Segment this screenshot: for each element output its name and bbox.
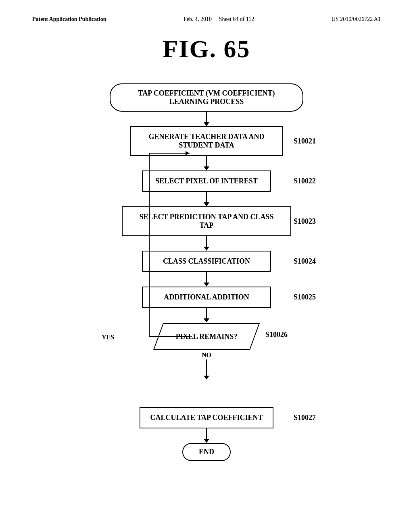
arrow-line [206, 192, 207, 202]
arrow-line [206, 156, 207, 166]
end-node-row: END [32, 443, 381, 461]
page-header: Patent Application Publication Feb. 4, 2… [32, 16, 381, 23]
step-label-s10022: S10022 [294, 177, 316, 185]
end-node: END [182, 443, 231, 461]
step-label-s10025: S10025 [294, 293, 316, 301]
step-row-s10027: CALCULATE TAP COEFFICIENT S10027 [32, 407, 381, 428]
figure-title: FIG. 65 [32, 35, 381, 63]
no-arrow: NO [202, 351, 211, 380]
arrow-head [204, 283, 209, 287]
arrow-line [206, 272, 207, 283]
arrow-line [206, 308, 207, 318]
flowchart: TAP COEFFICIENT (VM COEFFICIENT) LEARNIN… [32, 83, 381, 461]
step-s10027-box: CALCULATE TAP COEFFICIENT [140, 407, 273, 428]
step-row-s10024: CLASS CLASSIFICATION S10024 [32, 251, 381, 272]
arrow-s10021-to-s10022 [204, 156, 209, 170]
arrow-line [206, 112, 207, 122]
arrow-s10027-to-end [204, 428, 209, 443]
arrow-head [204, 439, 209, 443]
arrow-head [204, 202, 209, 206]
arrow-line [206, 428, 207, 439]
arrow-s10025-to-s10026 [204, 308, 209, 322]
arrow-s10024-to-s10025 [204, 272, 209, 287]
step-label-s10023: S10023 [294, 217, 316, 226]
header-date: Feb. 4, 2010 [184, 16, 212, 22]
diamond-text: PIXEL REMAINS? [176, 332, 238, 341]
step-label-s10027: S10027 [294, 414, 316, 422]
yes-label: YES [102, 334, 114, 341]
no-arrow-line [206, 360, 207, 376]
step-row-s10025: ADDITIONAL ADDITION S10025 [32, 287, 381, 308]
diamond-row: PIXEL REMAINS? [154, 322, 259, 351]
step-label-s10024: S10024 [294, 257, 316, 266]
arrow-head [204, 166, 209, 170]
arrow-s10023-to-s10024 [204, 236, 209, 251]
step-row-s10021: GENERATE TEACHER DATA AND STUDENT DATA S… [32, 126, 381, 156]
step-s10025-box: ADDITIONAL ADDITION [142, 287, 271, 308]
arrow-head [204, 247, 209, 251]
header-sheet: Sheet 64 of 112 [219, 16, 254, 22]
step-s10023-box: SELECT PREDICTION TAP AND CLASS TAP [122, 206, 291, 236]
page: Patent Application Publication Feb. 4, 2… [0, 0, 413, 532]
no-label: NO [202, 351, 211, 359]
step-s10022-box: SELECT PIXEL OF INTEREST [142, 170, 271, 192]
step-label-s10021: S10021 [294, 137, 316, 145]
step-label-s10026: S10026 [265, 330, 288, 339]
step-row-s10022: SELECT PIXEL OF INTEREST S10022 [32, 170, 381, 192]
step-s10021-box: GENERATE TEACHER DATA AND STUDENT DATA [130, 126, 283, 156]
step-s10024-box: CLASS CLASSIFICATION [142, 251, 271, 272]
header-patent-number: US 2010/0026722 A1 [332, 16, 381, 23]
header-date-sheet: Feb. 4, 2010 Sheet 64 of 112 [184, 16, 254, 23]
arrow-line [206, 236, 207, 247]
arrow-head [204, 122, 209, 126]
no-arrow-head [204, 376, 209, 380]
loop-section: YES PIXEL REMAINS? S10026 NO [32, 322, 381, 403]
arrow-start-to-s10021 [204, 112, 209, 126]
start-node: TAP COEFFICIENT (VM COEFFICIENT) LEARNIN… [110, 83, 303, 112]
arrow-s10022-to-s10023 [204, 192, 209, 206]
start-node-row: TAP COEFFICIENT (VM COEFFICIENT) LEARNIN… [32, 83, 381, 112]
header-publication-label: Patent Application Publication [32, 16, 106, 23]
step-row-s10023: SELECT PREDICTION TAP AND CLASS TAP S100… [32, 206, 381, 236]
arrow-head [204, 318, 209, 322]
